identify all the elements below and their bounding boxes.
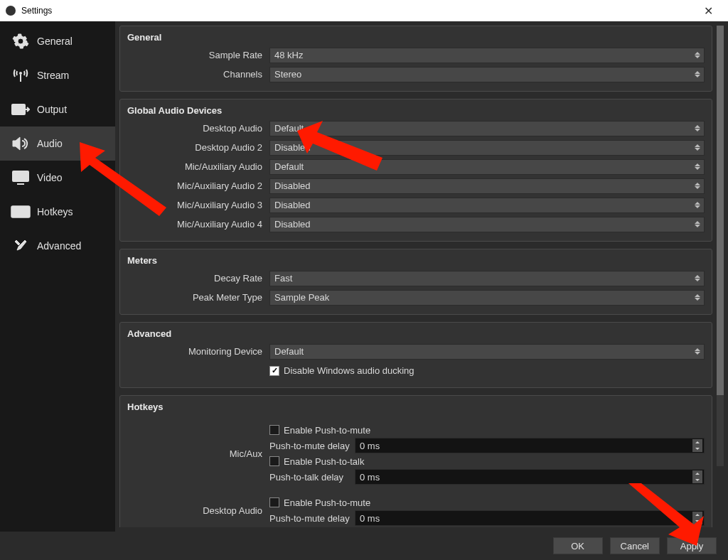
mic-aux4-label: Mic/Auxiliary Audio 4 <box>127 219 269 230</box>
micaux-ptt-checkbox[interactable] <box>269 456 279 466</box>
mic-aux-combo[interactable]: Default <box>269 159 705 175</box>
group-general: General Sample Rate 48 kHz Channels Ster… <box>119 26 712 92</box>
group-title: Advanced <box>127 328 705 342</box>
antenna-icon <box>10 67 31 84</box>
sample-rate-label: Sample Rate <box>127 50 269 60</box>
dialog-footer: OK Cancel Apply <box>0 532 728 560</box>
monitor-icon <box>10 169 31 186</box>
decay-rate-combo[interactable]: Fast <box>269 271 705 286</box>
desktop-audio2-label: Desktop Audio 2 <box>127 142 269 153</box>
desktop-ptm-label: Enable Push-to-mute <box>284 497 370 508</box>
gear-icon <box>10 33 31 50</box>
apply-button[interactable]: Apply <box>667 537 717 554</box>
channels-label: Channels <box>127 69 269 80</box>
sidebar-item-hotkeys[interactable]: Hotkeys <box>0 195 115 229</box>
monitoring-device-combo[interactable]: Default <box>269 344 705 360</box>
group-hotkeys: Hotkeys Mic/Aux Enable Push-to-mute Push… <box>119 395 712 527</box>
mic-aux-label: Mic/Auxiliary Audio <box>127 161 269 172</box>
sidebar-item-label: Stream <box>37 70 69 81</box>
cancel-button[interactable]: Cancel <box>610 537 660 554</box>
output-icon <box>10 101 31 118</box>
mic-aux4-combo[interactable]: Disabled <box>269 217 705 232</box>
vertical-scrollbar[interactable] <box>717 26 724 466</box>
mic-aux3-combo[interactable]: Disabled <box>269 198 705 213</box>
micaux-section-label: Mic/Aux <box>127 422 269 485</box>
ducking-checkbox[interactable] <box>269 366 279 376</box>
desktop-section-label: Desktop Audio <box>127 495 269 526</box>
monitoring-device-label: Monitoring Device <box>127 346 269 357</box>
sidebar-item-label: Output <box>37 104 67 115</box>
window-title: Settings <box>21 6 694 16</box>
sidebar-item-output[interactable]: Output <box>0 92 115 126</box>
sidebar-item-label: Advanced <box>37 240 81 252</box>
channels-combo[interactable]: Stereo <box>269 67 705 82</box>
desktop-audio-label: Desktop Audio <box>127 123 269 134</box>
micaux-ptm-label: Enable Push-to-mute <box>284 425 370 436</box>
mic-aux2-label: Mic/Auxiliary Audio 2 <box>127 181 269 191</box>
sidebar-item-general[interactable]: General <box>0 24 115 58</box>
desktop-ptm-checkbox[interactable] <box>269 497 279 507</box>
micaux-ptm-delay-label: Push-to-mute delay <box>269 441 355 451</box>
desktop-ptm-delay-input[interactable]: 0 ms <box>355 510 705 526</box>
sidebar-item-advanced[interactable]: Advanced <box>0 229 115 263</box>
close-icon[interactable]: ✕ <box>694 4 722 18</box>
titlebar: Settings ✕ <box>0 0 728 21</box>
decay-rate-label: Decay Rate <box>127 273 269 284</box>
sidebar-item-label: Video <box>37 172 63 183</box>
group-title: General <box>127 32 705 45</box>
sample-rate-combo[interactable]: 48 kHz <box>269 48 705 63</box>
peak-meter-label: Peak Meter Type <box>127 292 269 303</box>
ok-button[interactable]: OK <box>553 537 603 554</box>
sidebar-item-label: Audio <box>37 138 63 149</box>
desktop-audio2-combo[interactable]: Disabled <box>269 140 705 156</box>
keyboard-icon <box>10 203 31 220</box>
svg-point-0 <box>19 72 22 75</box>
desktop-ptm-delay-label: Push-to-mute delay <box>269 513 355 524</box>
sidebar-item-video[interactable]: Video <box>0 161 115 195</box>
sidebar-item-label: Hotkeys <box>37 206 73 217</box>
group-meters: Meters Decay Rate Fast Peak Meter Type S… <box>119 249 712 315</box>
sidebar-item-audio[interactable]: Audio <box>0 126 115 161</box>
group-advanced: Advanced Monitoring Device Default Disab… <box>119 322 712 388</box>
mic-aux2-combo[interactable]: Disabled <box>269 178 705 194</box>
micaux-ptt-delay-input[interactable]: 0 ms <box>355 469 705 485</box>
group-audio-devices: Global Audio Devices Desktop Audio Defau… <box>119 99 712 242</box>
speaker-icon <box>10 135 31 152</box>
sidebar: General Stream Output Audio Video <box>0 21 115 532</box>
sidebar-item-stream[interactable]: Stream <box>0 58 115 92</box>
svg-rect-1 <box>12 104 25 114</box>
group-title: Hotkeys <box>127 402 705 415</box>
micaux-ptm-delay-input[interactable]: 0 ms <box>355 438 705 453</box>
micaux-ptt-label: Enable Push-to-talk <box>284 456 364 467</box>
micaux-ptm-checkbox[interactable] <box>269 425 279 435</box>
group-title: Meters <box>127 255 705 269</box>
sidebar-item-label: General <box>37 36 73 47</box>
svg-rect-2 <box>13 171 28 181</box>
tools-icon <box>10 237 31 254</box>
group-title: Global Audio Devices <box>127 105 705 119</box>
app-icon <box>6 6 16 16</box>
desktop-audio-combo[interactable]: Default <box>269 121 705 136</box>
peak-meter-combo[interactable]: Sample Peak <box>269 290 705 306</box>
settings-content: General Sample Rate 48 kHz Channels Ster… <box>115 21 728 532</box>
micaux-ptt-delay-label: Push-to-talk delay <box>269 472 355 483</box>
ducking-label: Disable Windows audio ducking <box>284 365 414 376</box>
mic-aux3-label: Mic/Auxiliary Audio 3 <box>127 200 269 210</box>
